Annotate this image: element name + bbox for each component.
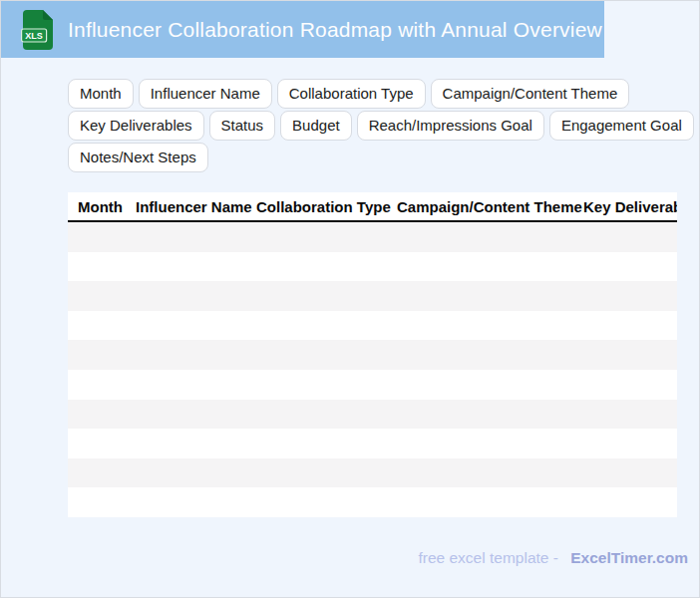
table-row bbox=[68, 311, 677, 341]
table-header-row: Month Influencer Name Collaboration Type… bbox=[68, 192, 677, 222]
column-header-campaign-content-theme: Campaign/Content Theme bbox=[397, 198, 583, 215]
table-row bbox=[68, 429, 677, 458]
column-header-key-deliverables: Key Deliverables bbox=[583, 198, 677, 215]
table-row bbox=[68, 222, 677, 252]
chip-status[interactable]: Status bbox=[209, 111, 276, 141]
table-row bbox=[68, 370, 677, 400]
page-title: Influencer Collaboration Roadmap with An… bbox=[68, 1, 602, 58]
table-row bbox=[68, 252, 677, 282]
chip-campaign-content-theme[interactable]: Campaign/Content Theme bbox=[431, 79, 630, 109]
chip-budget[interactable]: Budget bbox=[280, 111, 352, 141]
header-band: XLS Influencer Collaboration Roadmap wit… bbox=[1, 1, 604, 58]
xls-file-icon: XLS bbox=[21, 10, 55, 50]
spreadsheet-preview-table: Month Influencer Name Collaboration Type… bbox=[68, 192, 677, 517]
footer-brand-link[interactable]: ExcelTimer.com bbox=[570, 549, 688, 566]
column-header-collaboration-type: Collaboration Type bbox=[256, 198, 397, 215]
table-row bbox=[68, 340, 677, 370]
chip-row-2: Key Deliverables Status Budget Reach/Imp… bbox=[68, 111, 681, 141]
footer: free excel template - ExcelTimer.com bbox=[418, 549, 688, 567]
column-header-month: Month bbox=[68, 198, 136, 215]
chip-notes-next-steps[interactable]: Notes/Next Steps bbox=[68, 143, 208, 172]
chip-row-1: Month Influencer Name Collaboration Type… bbox=[68, 79, 681, 109]
table-row bbox=[68, 487, 677, 517]
xls-icon-label: XLS bbox=[25, 31, 43, 41]
footer-text: free excel template - bbox=[418, 549, 557, 566]
template-preview-page: XLS Influencer Collaboration Roadmap wit… bbox=[0, 0, 700, 598]
chip-month[interactable]: Month bbox=[68, 79, 134, 109]
column-header-influencer-name: Influencer Name bbox=[136, 198, 256, 215]
chip-row-3: Notes/Next Steps bbox=[68, 143, 681, 172]
chip-key-deliverables[interactable]: Key Deliverables bbox=[68, 111, 204, 141]
table-row bbox=[68, 458, 677, 488]
chip-engagement-goal[interactable]: Engagement Goal bbox=[549, 111, 694, 141]
chip-reach-impressions-goal[interactable]: Reach/Impressions Goal bbox=[357, 111, 544, 141]
table-row bbox=[68, 400, 677, 430]
chip-collaboration-type[interactable]: Collaboration Type bbox=[277, 79, 426, 109]
table-row bbox=[68, 281, 677, 311]
table-body bbox=[68, 222, 677, 517]
chip-influencer-name[interactable]: Influencer Name bbox=[139, 79, 272, 109]
keyword-chips: Month Influencer Name Collaboration Type… bbox=[68, 79, 681, 174]
